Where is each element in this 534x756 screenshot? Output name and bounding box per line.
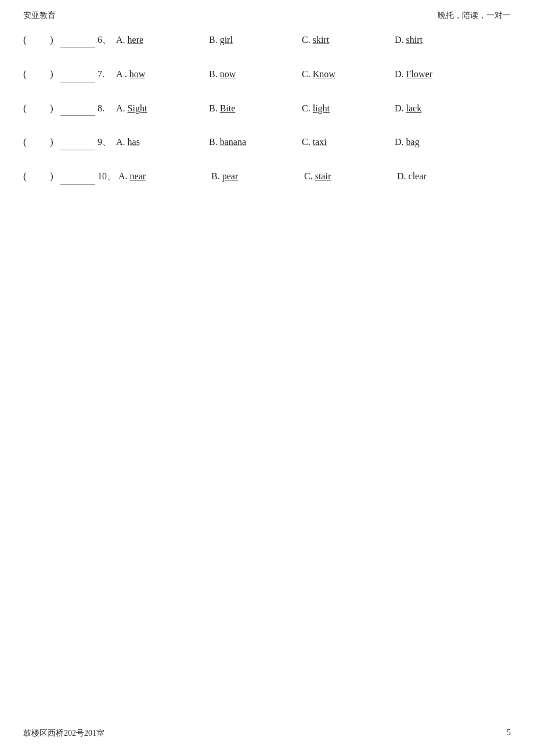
option-a: A. here	[116, 32, 209, 49]
option-word: Sight	[128, 103, 147, 113]
answer-blank	[34, 32, 50, 49]
answer-blank	[34, 168, 50, 185]
footer-left: 鼓楼区西桥202号201室	[23, 728, 104, 739]
fill-blank	[60, 65, 95, 82]
option-d: D. clear	[397, 168, 490, 185]
option-a: A . how	[116, 66, 209, 83]
option-a: A. has	[116, 134, 209, 151]
option-prefix: C.	[302, 35, 313, 45]
question-row: ( ) 7. A . howB. nowC. KnowD. Flower	[23, 66, 511, 84]
question-number: 6、	[98, 32, 114, 49]
bracket-close: )	[50, 100, 58, 118]
option-prefix: C.	[302, 137, 313, 147]
header-left: 安亚教育	[23, 10, 56, 21]
option-word: shirt	[406, 35, 423, 45]
option-prefix: B.	[211, 171, 222, 181]
options-group: A. nearB. pearC. stairD. clear	[118, 168, 511, 185]
option-c: C. taxi	[302, 134, 395, 151]
option-word: how	[129, 69, 146, 79]
question-row: ( ) 8. A. SightB. BiteC. lightD. lack	[23, 100, 511, 118]
option-word: clear	[409, 171, 427, 181]
option-d: D. bag	[395, 134, 488, 151]
options-group: A . howB. nowC. KnowD. Flower	[116, 66, 511, 83]
header-right: 晚托，陪读，一对一	[438, 10, 511, 21]
option-prefix: A.	[116, 103, 128, 113]
question-row: ( ) 9、A. hasB. bananaC. taxiD. bag	[23, 133, 511, 151]
option-d: D. lack	[395, 100, 488, 117]
option-d: D. shirt	[395, 32, 488, 49]
option-word: Bite	[220, 103, 236, 113]
question-number: 9、	[98, 134, 114, 151]
question-number: 8.	[98, 100, 114, 117]
option-prefix: D.	[395, 35, 406, 45]
option-prefix: D.	[395, 69, 406, 79]
option-word: bag	[406, 137, 420, 147]
footer-right: 5	[507, 728, 511, 739]
options-group: A. hasB. bananaC. taxiD. bag	[116, 134, 511, 151]
option-prefix: A.	[116, 35, 128, 45]
option-a: A. near	[118, 168, 211, 185]
option-word: Know	[313, 69, 335, 79]
bracket-close: )	[50, 168, 58, 186]
question-row: ( ) 10、A. nearB. pearC. stairD. clear	[23, 168, 511, 186]
option-word: stair	[315, 171, 331, 181]
option-b: B. banana	[209, 134, 302, 151]
option-prefix: A.	[116, 137, 128, 147]
option-word: pear	[222, 171, 239, 181]
option-word: near	[130, 171, 146, 181]
option-prefix: D.	[395, 103, 406, 113]
answer-blank	[34, 100, 50, 117]
bracket-open: (	[23, 100, 31, 118]
option-word: light	[313, 103, 330, 113]
bracket-close: )	[50, 133, 58, 151]
option-word: has	[128, 137, 140, 147]
option-prefix: A.	[118, 171, 130, 181]
option-prefix: D.	[397, 171, 409, 181]
option-prefix: B.	[209, 69, 220, 79]
option-c: C. light	[302, 100, 395, 117]
option-word: Flower	[406, 69, 432, 79]
option-c: C. stair	[304, 168, 397, 185]
option-prefix: C.	[304, 171, 315, 181]
option-prefix: B.	[209, 103, 220, 113]
bracket-close: )	[50, 31, 58, 49]
fill-blank	[60, 167, 95, 185]
options-group: A. hereB. girlC. skirtD. shirt	[116, 32, 511, 49]
option-c: C. skirt	[302, 32, 395, 49]
bracket-open: (	[23, 66, 31, 84]
option-prefix: C.	[302, 103, 313, 113]
option-word: lack	[406, 103, 422, 113]
answer-blank	[34, 134, 50, 151]
option-prefix: B.	[209, 137, 220, 147]
fill-blank	[60, 133, 95, 150]
option-c: C. Know	[302, 66, 395, 83]
option-word: taxi	[313, 137, 327, 147]
options-group: A. SightB. BiteC. lightD. lack	[116, 100, 511, 117]
questions-container: ( ) 6、A. hereB. girlC. skirtD. shirt( ) …	[0, 26, 534, 186]
fill-blank	[60, 99, 95, 117]
option-a: A. Sight	[116, 100, 209, 117]
option-word: girl	[220, 35, 233, 45]
option-d: D. Flower	[395, 66, 488, 83]
option-prefix: B.	[209, 35, 220, 45]
option-prefix: A .	[116, 69, 129, 79]
bracket-open: (	[23, 133, 31, 151]
option-b: B. pear	[211, 168, 304, 185]
bracket-open: (	[23, 31, 31, 49]
answer-blank	[34, 66, 50, 83]
option-word: banana	[220, 137, 246, 147]
fill-blank	[60, 31, 95, 48]
question-row: ( ) 6、A. hereB. girlC. skirtD. shirt	[23, 31, 511, 49]
option-prefix: D.	[395, 137, 406, 147]
bracket-close: )	[50, 66, 58, 84]
option-prefix: C.	[302, 69, 313, 79]
bracket-open: (	[23, 168, 31, 186]
question-number: 7.	[98, 66, 114, 83]
option-word: skirt	[313, 35, 329, 45]
option-b: B. girl	[209, 32, 302, 49]
option-word: here	[128, 35, 144, 45]
option-word: now	[220, 69, 236, 79]
question-number: 10、	[98, 168, 116, 185]
option-b: B. Bite	[209, 100, 302, 117]
option-b: B. now	[209, 66, 302, 83]
